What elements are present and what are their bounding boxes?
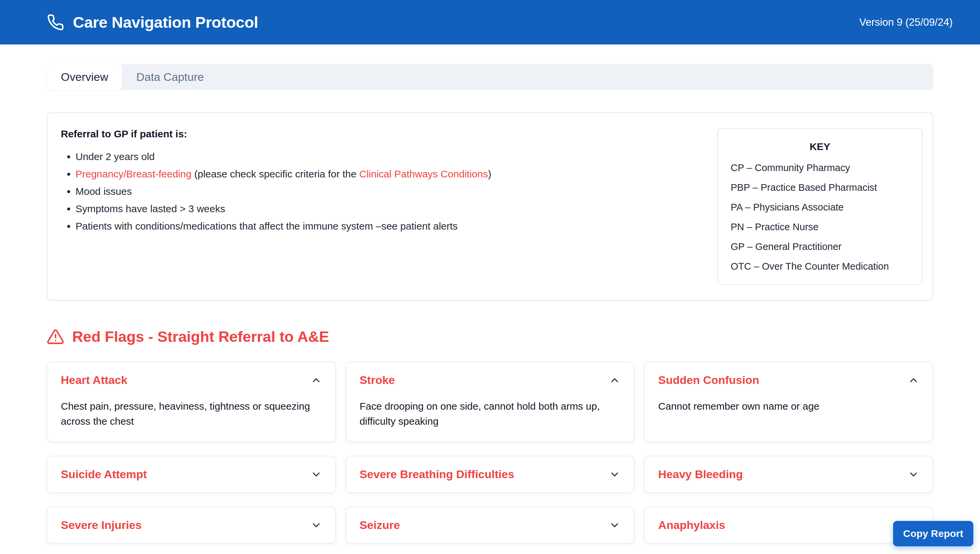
bullet-text: Mood issues bbox=[75, 186, 132, 197]
app-header: Care Navigation Protocol Version 9 (25/0… bbox=[0, 0, 980, 45]
chevron-down-icon[interactable] bbox=[609, 469, 620, 480]
card-title: Seizure bbox=[360, 519, 400, 532]
bullet-text: Under 2 years old bbox=[75, 151, 155, 162]
chevron-up-icon[interactable] bbox=[609, 374, 620, 386]
red-flags-heading-text: Red Flags - Straight Referral to A&E bbox=[72, 328, 329, 345]
card-heavy-bleeding: Heavy Bleeding bbox=[644, 456, 933, 493]
version-label: Version 9 (25/09/24) bbox=[859, 16, 953, 29]
referral-bullet: Patients with conditions/medications tha… bbox=[75, 221, 491, 232]
chevron-down-icon[interactable] bbox=[609, 520, 620, 531]
card-toggle[interactable]: Stroke bbox=[360, 374, 621, 387]
tab-data-capture[interactable]: Data Capture bbox=[122, 64, 218, 90]
referral-bullet: Mood issues bbox=[75, 186, 491, 197]
card-title: Anaphylaxis bbox=[658, 519, 725, 532]
card-body: Cannot remember own name or age bbox=[658, 399, 915, 414]
key-legend: KEY CP – Community Pharmacy PBP – Practi… bbox=[717, 128, 923, 285]
card-title: Severe Injuries bbox=[61, 519, 142, 532]
red-flags-grid: Heart Attack Chest pain, pressure, heavi… bbox=[47, 361, 933, 554]
red-flags-heading: Red Flags - Straight Referral to A&E bbox=[47, 328, 933, 345]
chevron-down-icon[interactable] bbox=[311, 469, 322, 480]
card-toggle[interactable]: Sudden Confusion bbox=[658, 374, 919, 387]
chevron-down-icon[interactable] bbox=[311, 520, 322, 531]
referral-heading: Referral to GP if patient is: bbox=[61, 128, 491, 140]
card-toggle[interactable]: Seizure bbox=[360, 519, 621, 532]
warning-triangle-icon bbox=[47, 328, 64, 345]
bullet-text: Symptoms have lasted > 3 weeks bbox=[75, 203, 225, 214]
referral-bullet: Symptoms have lasted > 3 weeks bbox=[75, 203, 491, 215]
card-toggle[interactable]: Severe Breathing Difficulties bbox=[360, 468, 621, 481]
card-sudden-confusion: Sudden Confusion Cannot remember own nam… bbox=[644, 361, 933, 442]
copy-report-button[interactable]: Copy Report bbox=[893, 521, 973, 546]
clinical-pathways-link[interactable]: Clinical Pathways Conditions bbox=[359, 169, 488, 180]
bullet-text: (please check specific criteria for the bbox=[191, 169, 359, 180]
key-title: KEY bbox=[731, 141, 909, 152]
card-title: Heart Attack bbox=[61, 374, 127, 387]
key-item: CP – Community Pharmacy bbox=[731, 162, 909, 174]
key-item: GP – General Practitioner bbox=[731, 241, 909, 252]
key-item: PBP – Practice Based Pharmacist bbox=[731, 182, 909, 193]
key-item: PN – Practice Nurse bbox=[731, 221, 909, 232]
card-toggle[interactable]: Anaphylaxis bbox=[658, 519, 919, 532]
card-suicide-attempt: Suicide Attempt bbox=[47, 456, 336, 493]
card-toggle[interactable]: Severe Injuries bbox=[61, 519, 322, 532]
card-title: Suicide Attempt bbox=[61, 468, 147, 481]
page-title: Care Navigation Protocol bbox=[73, 13, 258, 32]
pregnancy-link[interactable]: Pregnancy/Breast-feeding bbox=[75, 169, 191, 180]
card-heart-attack: Heart Attack Chest pain, pressure, heavi… bbox=[47, 361, 336, 442]
card-stroke: Stroke Face drooping on one side, cannot… bbox=[346, 361, 635, 442]
chevron-up-icon[interactable] bbox=[311, 374, 322, 386]
card-toggle[interactable]: Suicide Attempt bbox=[61, 468, 322, 481]
card-title: Heavy Bleeding bbox=[658, 468, 743, 481]
card-body: Face drooping on one side, cannot hold b… bbox=[360, 399, 617, 429]
referral-bullet-list: Under 2 years old Pregnancy/Breast-feedi… bbox=[61, 151, 491, 232]
card-body: Chest pain, pressure, heaviness, tightne… bbox=[61, 399, 318, 429]
chevron-up-icon[interactable] bbox=[908, 374, 919, 386]
key-item: OTC – Over The Counter Medication bbox=[731, 261, 909, 272]
phone-icon bbox=[47, 14, 64, 31]
card-severe-breathing-difficulties: Severe Breathing Difficulties bbox=[346, 456, 635, 493]
bullet-text: ) bbox=[488, 169, 491, 180]
card-toggle[interactable]: Heavy Bleeding bbox=[658, 468, 919, 481]
referral-panel: Referral to GP if patient is: Under 2 ye… bbox=[47, 112, 933, 301]
referral-bullet: Pregnancy/Breast-feeding (please check s… bbox=[75, 169, 491, 180]
card-title: Stroke bbox=[360, 374, 395, 387]
referral-bullet: Under 2 years old bbox=[75, 151, 491, 162]
main-content: Overview Data Capture Referral to GP if … bbox=[0, 64, 980, 554]
tab-overview[interactable]: Overview bbox=[47, 64, 122, 90]
key-item: PA – Physicians Associate bbox=[731, 202, 909, 213]
chevron-down-icon[interactable] bbox=[908, 469, 919, 480]
card-anaphylaxis: Anaphylaxis bbox=[644, 506, 933, 544]
bullet-text: Patients with conditions/medications tha… bbox=[75, 221, 457, 232]
referral-criteria: Referral to GP if patient is: Under 2 ye… bbox=[61, 128, 491, 285]
card-toggle[interactable]: Heart Attack bbox=[61, 374, 322, 387]
tab-bar: Overview Data Capture bbox=[47, 64, 933, 90]
card-title: Severe Breathing Difficulties bbox=[360, 468, 515, 481]
card-seizure: Seizure bbox=[346, 506, 635, 544]
card-title: Sudden Confusion bbox=[658, 374, 759, 387]
card-severe-injuries: Severe Injuries bbox=[47, 506, 336, 544]
